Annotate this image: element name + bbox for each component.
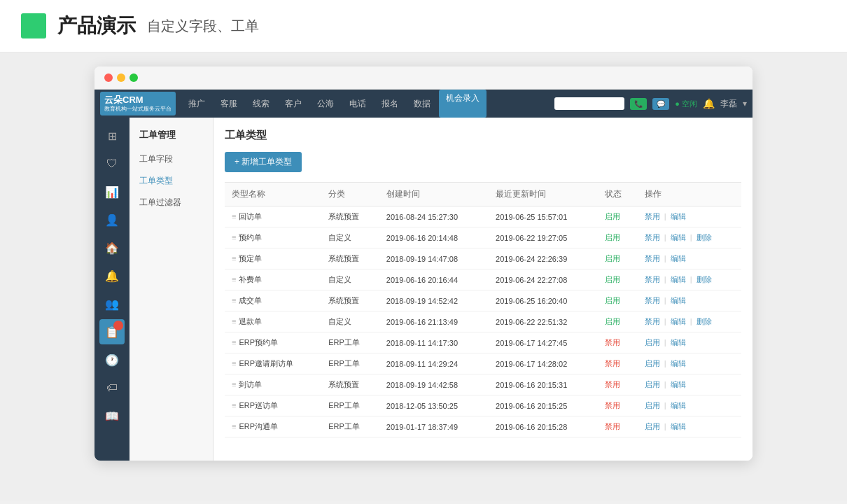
bell-icon[interactable]: 🔔 <box>703 98 715 109</box>
action-禁用-link[interactable]: 禁用 <box>645 275 660 284</box>
action-删除-link[interactable]: 删除 <box>696 275 712 284</box>
cell-status: 启用 <box>598 248 637 270</box>
action-启用-link[interactable]: 启用 <box>645 401 660 410</box>
action-编辑-link[interactable]: 编辑 <box>671 401 686 410</box>
action-删除-link[interactable]: 删除 <box>696 233 712 241</box>
nav-item-shuju[interactable]: 数据 <box>407 90 438 118</box>
row-handle-icon: ≡ <box>232 401 236 410</box>
action-启用-link[interactable]: 启用 <box>645 422 660 430</box>
action-禁用-link[interactable]: 禁用 <box>645 212 660 220</box>
cell-actions: 启用 | 编辑 <box>638 354 741 374</box>
cell-actions: 禁用 | 编辑 <box>638 248 741 270</box>
action-编辑-link[interactable]: 编辑 <box>671 212 686 220</box>
sidebar-icon-clock[interactable]: 🕐 <box>99 347 125 372</box>
sidebar-icon-home[interactable]: 🏠 <box>99 235 125 260</box>
sidebar-icon-person[interactable]: 👤 <box>99 207 125 232</box>
cell-created: 2018-12-05 13:50:25 <box>379 396 489 416</box>
action-separator: | <box>662 359 668 368</box>
action-启用-link[interactable]: 启用 <box>645 359 660 368</box>
cell-updated: 2019-06-16 20:15:25 <box>489 396 598 416</box>
secondary-menu-workorder-types[interactable]: 工单类型 <box>130 170 213 192</box>
sidebar-badge <box>113 321 123 330</box>
table-row: ≡回访单系统预置2016-08-24 15:27:302019-06-25 15… <box>225 206 741 227</box>
cell-name: ≡预定单 <box>225 248 321 270</box>
action-编辑-link[interactable]: 编辑 <box>671 233 686 241</box>
secondary-menu-workorder-fields[interactable]: 工单字段 <box>130 148 213 170</box>
row-handle-icon: ≡ <box>232 422 236 430</box>
dot-yellow[interactable] <box>117 74 125 82</box>
action-separator: | <box>662 422 668 430</box>
status-badge: 启用 <box>605 233 620 241</box>
cell-category: ERP工单 <box>321 416 379 438</box>
sidebar-icon-tag[interactable]: 🏷 <box>99 375 125 400</box>
action-编辑-link[interactable]: 编辑 <box>671 422 686 430</box>
nav-item-xiansuo[interactable]: 线索 <box>246 90 276 118</box>
action-禁用-link[interactable]: 禁用 <box>645 296 660 304</box>
cell-name: ≡到访单 <box>225 374 321 396</box>
add-workorder-type-button[interactable]: + 新增工单类型 <box>225 152 302 172</box>
sidebar-icon-contacts[interactable]: 👥 <box>99 291 125 316</box>
sidebar-icon-bell[interactable]: 🔔 <box>99 263 125 288</box>
action-编辑-link[interactable]: 编辑 <box>671 275 686 284</box>
col-header-created: 创建时间 <box>379 183 489 206</box>
row-handle-icon: ≡ <box>232 338 236 346</box>
dot-green[interactable] <box>130 74 138 82</box>
sidebar-icon-chart[interactable]: 📊 <box>99 179 125 204</box>
top-nav: 云朵CRM 教育机构一站式服务云平台 推广 客服 线索 客户 公海 电话 报名 … <box>94 90 752 118</box>
cell-name: ≡ERP沟通单 <box>225 416 321 438</box>
action-启用-link[interactable]: 启用 <box>645 380 660 388</box>
cell-status: 启用 <box>598 290 637 312</box>
action-编辑-link[interactable]: 编辑 <box>671 359 686 368</box>
table-row: ≡退款单自定义2019-06-16 21:13:492019-06-22 22:… <box>225 312 741 332</box>
row-handle-icon: ≡ <box>232 212 236 220</box>
cell-category: ERP工单 <box>321 354 379 374</box>
cell-name-text: ERP巡访单 <box>239 401 278 410</box>
sidebar-icon-ticket[interactable]: 📋 <box>99 319 125 344</box>
cell-updated: 2019-06-17 14:27:45 <box>489 332 598 354</box>
cell-status: 禁用 <box>598 416 637 438</box>
nav-status: ● 空闲 <box>675 99 697 109</box>
nav-user-chevron: ▾ <box>743 99 747 108</box>
nav-item-kehu[interactable]: 客户 <box>278 90 309 118</box>
action-编辑-link[interactable]: 编辑 <box>671 380 686 388</box>
cell-name: ≡ERP预约单 <box>225 332 321 354</box>
cell-category: 系统预置 <box>321 374 379 396</box>
dot-red[interactable] <box>104 74 113 82</box>
secondary-menu-workorder-filters[interactable]: 工单过滤器 <box>130 192 213 214</box>
action-separator: | <box>662 212 668 220</box>
action-启用-link[interactable]: 启用 <box>645 338 660 346</box>
action-separator: | <box>662 254 668 262</box>
cell-name-text: ERP邀请刷访单 <box>239 359 293 368</box>
action-编辑-link[interactable]: 编辑 <box>671 317 686 326</box>
nav-item-jiyilu[interactable]: 机会录入 <box>439 90 486 118</box>
action-删除-link[interactable]: 删除 <box>696 317 712 326</box>
nav-item-tuiguang[interactable]: 推广 <box>181 90 212 118</box>
cell-name-text: 回访单 <box>239 212 262 220</box>
action-编辑-link[interactable]: 编辑 <box>671 254 686 262</box>
message-icon[interactable]: 💬 <box>652 98 669 110</box>
sidebar-icon-grid[interactable]: ⊞ <box>99 123 125 148</box>
nav-item-baoming[interactable]: 报名 <box>374 90 405 118</box>
banner-title: 产品演示 <box>57 13 136 39</box>
action-编辑-link[interactable]: 编辑 <box>671 338 686 346</box>
action-禁用-link[interactable]: 禁用 <box>645 317 660 326</box>
action-编辑-link[interactable]: 编辑 <box>671 296 686 304</box>
action-禁用-link[interactable]: 禁用 <box>645 254 660 262</box>
phone-icon[interactable]: 📞 <box>630 98 647 110</box>
row-handle-icon: ≡ <box>232 317 236 326</box>
cell-name: ≡预约单 <box>225 227 321 248</box>
sidebar-icon-shield[interactable]: 🛡 <box>99 151 125 176</box>
sidebar-icon-book[interactable]: 📖 <box>99 403 125 428</box>
table-row: ≡补费单自定义2019-06-16 20:16:442019-06-24 22:… <box>225 270 741 290</box>
nav-search-input[interactable] <box>554 97 624 110</box>
action-禁用-link[interactable]: 禁用 <box>645 233 660 241</box>
cell-updated: 2019-06-16 20:15:31 <box>489 374 598 396</box>
cell-status: 启用 <box>598 206 637 227</box>
nav-item-kefu[interactable]: 客服 <box>214 90 244 118</box>
nav-item-dianhua[interactable]: 电话 <box>342 90 373 118</box>
action-separator: | <box>662 317 668 326</box>
browser-window: 云朵CRM 教育机构一站式服务云平台 推广 客服 线索 客户 公海 电话 报名 … <box>94 66 752 461</box>
app-body: ⊞ 🛡 📊 👤 🏠 🔔 👥 📋 🕐 🏷 📖 <box>94 118 752 461</box>
nav-user[interactable]: 李磊 <box>720 98 737 110</box>
nav-item-gonghai[interactable]: 公海 <box>310 90 341 118</box>
